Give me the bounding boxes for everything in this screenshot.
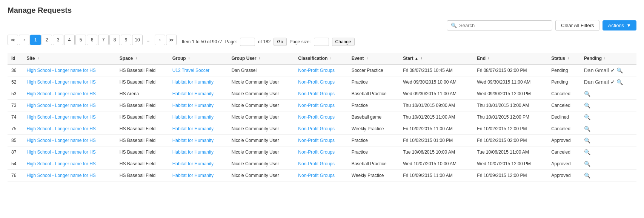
cell-end: Wed 10/07/2015 12:00 PM bbox=[473, 158, 547, 170]
pending-actions: Dan Gmail ✓ 🔍 bbox=[584, 67, 633, 73]
group-link[interactable]: Habitat for Humanity bbox=[172, 91, 214, 96]
pending-user: Dan Gmail bbox=[584, 79, 609, 85]
start-filter-icon[interactable]: ⋮ bbox=[420, 56, 423, 61]
page-button-8[interactable]: 8 bbox=[109, 35, 120, 45]
page-button-7[interactable]: 7 bbox=[98, 35, 109, 45]
first-page-button[interactable]: ≪ bbox=[8, 35, 18, 45]
cell-start: Tue 10/06/2015 10:00 AM bbox=[399, 146, 473, 158]
go-button[interactable]: Go bbox=[274, 38, 286, 46]
cell-group-user: Nicole Community User bbox=[227, 170, 294, 181]
page-button-5[interactable]: 5 bbox=[75, 35, 86, 45]
classification-link[interactable]: Non-Profit Groups bbox=[298, 91, 335, 96]
prev-page-button[interactable]: ‹ bbox=[19, 35, 29, 45]
classification-link[interactable]: Non-Profit Groups bbox=[298, 149, 335, 155]
site-link[interactable]: High School - Longer name for HS bbox=[26, 149, 95, 155]
cell-end: Tue 10/06/2015 11:00 AM bbox=[473, 146, 547, 158]
classification-link[interactable]: Non-Profit Groups bbox=[298, 103, 335, 108]
page-size-input[interactable]: 50 bbox=[314, 38, 329, 46]
group-link[interactable]: Habitat for Humanity bbox=[172, 79, 214, 85]
classification-link[interactable]: Non-Profit Groups bbox=[298, 138, 335, 143]
clear-filters-button[interactable]: Clear All Filters bbox=[555, 20, 599, 31]
group-link[interactable]: Habitat for Humanity bbox=[172, 126, 214, 131]
page-input[interactable]: 1 bbox=[240, 38, 255, 46]
site-link[interactable]: High School - Longer name for HS bbox=[26, 114, 95, 120]
magnify-icon[interactable]: 🔍 bbox=[584, 126, 590, 132]
site-link[interactable]: High School - Longer name for HS bbox=[26, 103, 95, 108]
classification-filter-icon[interactable]: ⋮ bbox=[329, 56, 333, 61]
group-link[interactable]: Habitat for Humanity bbox=[172, 161, 214, 166]
space-filter-icon[interactable]: ⋮ bbox=[134, 56, 138, 61]
site-link[interactable]: High School - Longer name for HS bbox=[26, 79, 95, 85]
classification-link[interactable]: Non-Profit Groups bbox=[298, 68, 335, 73]
magnify-icon[interactable]: 🔍 bbox=[584, 91, 590, 97]
cell-start: Fri 10/02/2015 11:00 AM bbox=[399, 123, 473, 135]
next-page-button[interactable]: › bbox=[155, 35, 165, 45]
col-id: Id bbox=[8, 53, 23, 64]
classification-link[interactable]: Non-Profit Groups bbox=[298, 79, 335, 85]
cell-site: High School - Longer name for HS bbox=[23, 135, 115, 146]
page-button-1[interactable]: 1 bbox=[30, 35, 41, 45]
group-link[interactable]: Habitat for Humanity bbox=[172, 114, 214, 120]
page-size-label: Page size: bbox=[290, 39, 311, 44]
change-button[interactable]: Change bbox=[332, 38, 355, 46]
status-badge: Canceled bbox=[551, 149, 570, 155]
cell-status: Approved bbox=[547, 170, 580, 181]
col-end: End ⋮ bbox=[473, 53, 547, 64]
site-filter-icon[interactable]: ⋮ bbox=[36, 56, 40, 61]
group-link[interactable]: Habitat for Humanity bbox=[172, 138, 214, 143]
cell-event: Baseball Practice bbox=[348, 158, 400, 170]
cell-pending: 🔍 bbox=[580, 123, 636, 135]
pending-actions: 🔍 bbox=[584, 91, 633, 97]
search-input[interactable] bbox=[459, 23, 548, 28]
group-link[interactable]: Habitat for Humanity bbox=[172, 149, 214, 155]
group-user-filter-icon[interactable]: ⋮ bbox=[258, 56, 261, 61]
cell-group: Habitat for Humanity bbox=[169, 146, 228, 158]
actions-button[interactable]: Actions ▼ bbox=[603, 20, 636, 30]
cell-status: Canceled bbox=[547, 88, 580, 100]
group-link[interactable]: Habitat for Humanity bbox=[172, 173, 214, 178]
end-filter-icon[interactable]: ⋮ bbox=[487, 56, 490, 61]
cell-space: HS Baseball Field bbox=[116, 158, 169, 170]
site-link[interactable]: High School - Longer name for HS bbox=[26, 173, 95, 178]
cell-space: HS Baseball Field bbox=[116, 170, 169, 181]
magnify-icon[interactable]: 🔍 bbox=[584, 161, 590, 167]
last-page-button[interactable]: ≫ bbox=[166, 35, 177, 45]
pending-actions: 🔍 bbox=[584, 114, 633, 120]
site-link[interactable]: High School - Longer name for HS bbox=[26, 138, 95, 143]
page-button-4[interactable]: 4 bbox=[64, 35, 75, 45]
pending-filter-icon[interactable]: ⋮ bbox=[603, 56, 607, 61]
page-button-2[interactable]: 2 bbox=[41, 35, 52, 45]
group-link[interactable]: U12 Travel Soccer bbox=[172, 68, 210, 73]
col-space: Space ⋮ bbox=[116, 53, 169, 64]
magnify-icon[interactable]: 🔍 bbox=[584, 102, 590, 108]
event-filter-icon[interactable]: ⋮ bbox=[365, 56, 369, 61]
magnify-icon[interactable]: 🔍 bbox=[584, 149, 590, 155]
cell-pending: Dan Gmail ✓ 🔍 bbox=[580, 64, 636, 76]
cell-end: Thu 10/01/2015 10:00 AM bbox=[473, 100, 547, 111]
table-row: 53 High School - Longer name for HS HS A… bbox=[8, 88, 636, 100]
page-button-9[interactable]: 9 bbox=[121, 35, 131, 45]
classification-link[interactable]: Non-Profit Groups bbox=[298, 114, 335, 120]
magnify-icon[interactable]: 🔍 bbox=[616, 79, 623, 85]
col-start: Start ▲ ⋮ bbox=[399, 53, 473, 64]
magnify-icon[interactable]: 🔍 bbox=[584, 114, 590, 120]
pending-actions: 🔍 bbox=[584, 137, 633, 143]
page-button-3[interactable]: 3 bbox=[53, 35, 63, 45]
page-button-10[interactable]: 10 bbox=[132, 35, 143, 45]
site-link[interactable]: High School - Longer name for HS bbox=[26, 161, 95, 166]
start-sort-icon[interactable]: ▲ bbox=[415, 56, 418, 61]
group-filter-icon[interactable]: ⋮ bbox=[187, 56, 191, 61]
page-button-6[interactable]: 6 bbox=[87, 35, 97, 45]
classification-link[interactable]: Non-Profit Groups bbox=[298, 173, 335, 178]
magnify-icon[interactable]: 🔍 bbox=[584, 137, 590, 143]
site-link[interactable]: High School - Longer name for HS bbox=[26, 91, 95, 96]
group-link[interactable]: Habitat for Humanity bbox=[172, 103, 214, 108]
cell-group-user: Nicole Community User bbox=[227, 123, 294, 135]
status-filter-icon[interactable]: ⋮ bbox=[566, 56, 570, 61]
site-link[interactable]: High School - Longer name for HS bbox=[26, 68, 95, 73]
classification-link[interactable]: Non-Profit Groups bbox=[298, 161, 335, 166]
site-link[interactable]: High School - Longer name for HS bbox=[26, 126, 95, 131]
magnify-icon[interactable]: 🔍 bbox=[584, 172, 590, 178]
classification-link[interactable]: Non-Profit Groups bbox=[298, 126, 335, 131]
magnify-icon[interactable]: 🔍 bbox=[616, 67, 623, 73]
